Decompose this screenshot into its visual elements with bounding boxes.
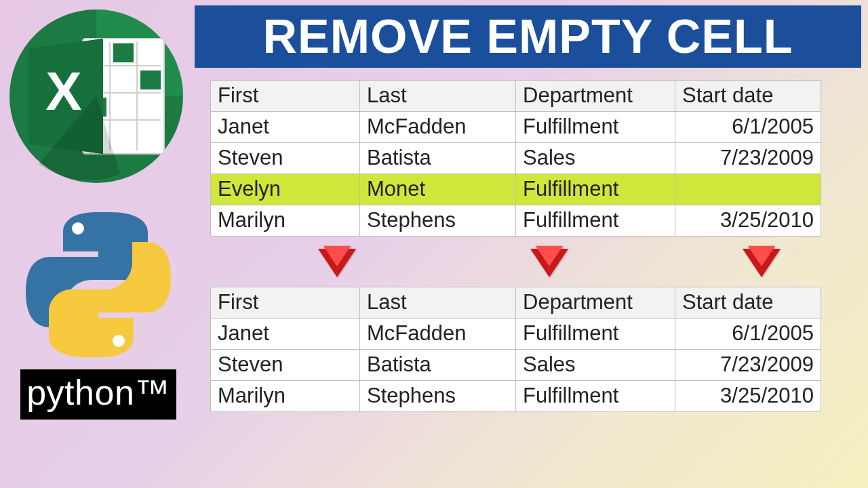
python-label: python™ (20, 369, 176, 420)
down-arrow-icon (318, 249, 356, 277)
cell: 3/25/2010 (675, 381, 821, 412)
cell: Steven (211, 350, 360, 381)
table-before: First Last Department Start date JanetMc… (210, 80, 821, 237)
title-banner: REMOVE EMPTY CELL (195, 5, 861, 68)
table-row: JanetMcFaddenFulfillment6/1/2005 (211, 112, 821, 143)
cell: 6/1/2005 (675, 112, 821, 143)
table-after: First Last Department Start date JanetMc… (210, 287, 821, 412)
arrows-row (210, 249, 821, 277)
cell: Fulfillment (516, 205, 675, 237)
python-icon (20, 207, 176, 363)
cell: Batista (360, 143, 516, 174)
cell: Marilyn (211, 381, 360, 412)
svg-rect-9 (140, 70, 161, 89)
cell: Evelyn (211, 174, 360, 205)
cell: Sales (516, 350, 675, 381)
col-header: Start date (675, 81, 821, 112)
table-row: EvelynMonetFulfillment (211, 174, 821, 205)
col-header: First (211, 287, 360, 319)
cell: Stephens (360, 381, 516, 412)
cell: Batista (360, 350, 516, 381)
table-row: StevenBatistaSales7/23/2009 (211, 350, 821, 381)
cell: Janet (211, 319, 360, 350)
cell: Fulfillment (516, 112, 675, 143)
col-header: Last (360, 81, 516, 112)
table-row: MarilynStephensFulfillment3/25/2010 (211, 205, 821, 237)
cell (675, 174, 821, 205)
cell: McFadden (360, 112, 516, 143)
cell: 7/23/2009 (675, 350, 821, 381)
table-row: StevenBatistaSales7/23/2009 (211, 143, 821, 174)
cell: Fulfillment (516, 381, 675, 412)
table-header-row: First Last Department Start date (211, 287, 821, 319)
cell: Marilyn (211, 205, 360, 237)
cell: Stephens (360, 205, 516, 237)
cell: Fulfillment (516, 174, 675, 205)
svg-rect-8 (113, 43, 134, 62)
svg-text:X: X (45, 61, 81, 121)
title-text: REMOVE EMPTY CELL (263, 9, 793, 64)
cell: McFadden (360, 319, 516, 350)
table-row: JanetMcFaddenFulfillment6/1/2005 (211, 319, 821, 350)
col-header: Department (516, 287, 675, 319)
table-row: MarilynStephensFulfillment3/25/2010 (211, 381, 821, 412)
excel-icon: X (8, 8, 184, 184)
table-header-row: First Last Department Start date (211, 81, 821, 112)
svg-point-13 (113, 335, 125, 347)
cell: 3/25/2010 (675, 205, 821, 237)
cell: Monet (360, 174, 516, 205)
cell: 6/1/2005 (675, 319, 821, 350)
cell: 7/23/2009 (675, 143, 821, 174)
col-header: Start date (675, 287, 821, 319)
cell: Janet (211, 112, 360, 143)
col-header: Last (360, 287, 516, 319)
col-header: Department (516, 81, 675, 112)
down-arrow-icon (743, 249, 781, 277)
svg-point-12 (72, 222, 84, 235)
cell: Sales (516, 143, 675, 174)
down-arrow-icon (530, 249, 568, 277)
col-header: First (211, 81, 360, 112)
cell: Fulfillment (516, 319, 675, 350)
cell: Steven (211, 143, 360, 174)
